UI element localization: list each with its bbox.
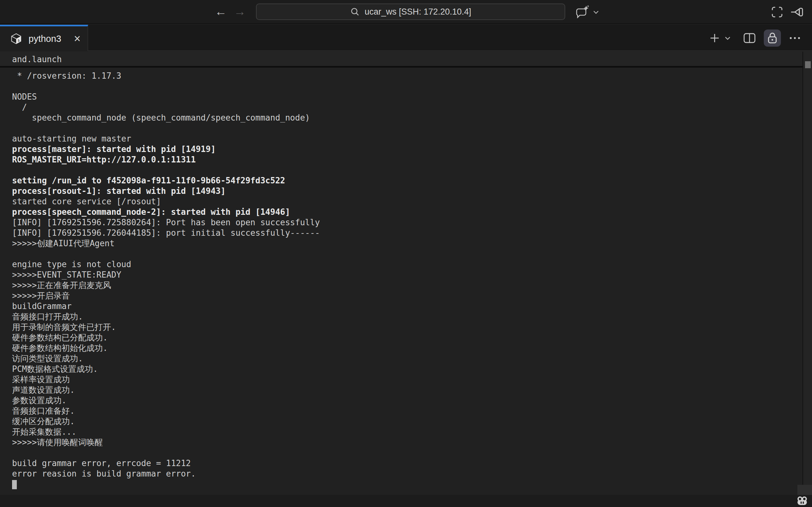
app-window: ← → ucar_ws [SSH: 172.20.10.4] bbox=[0, 0, 812, 507]
terminal-line: ROS_MASTER_URI=http://127.0.0.1:11311 bbox=[12, 155, 812, 165]
terminal-line: 硬件参数结构初始化成功. bbox=[12, 343, 812, 353]
terminal-line: 硬件参数结构已分配成功. bbox=[12, 333, 812, 343]
tab-close-icon[interactable]: × bbox=[74, 33, 80, 44]
terminal-line: buildGrammar bbox=[12, 301, 812, 312]
terminal-line bbox=[12, 81, 812, 92]
copilot-chat-button[interactable] bbox=[575, 4, 600, 20]
terminal-line: 访问类型设置成功. bbox=[12, 353, 812, 364]
nav-forward-button[interactable]: → bbox=[232, 4, 247, 19]
terminal-sticky-line: and.launch bbox=[0, 52, 812, 68]
search-icon bbox=[350, 7, 360, 17]
terminal-line: auto-starting new master bbox=[12, 133, 812, 144]
terminal-profile-chevron-icon[interactable] bbox=[724, 35, 732, 41]
terminal-cube-icon: $ bbox=[10, 33, 22, 45]
terminal-line: 用于录制的音频文件已打开. bbox=[12, 322, 812, 333]
terminal-line: >>>>>正在准备开启麦克风 bbox=[12, 280, 812, 291]
tab-label: python3 bbox=[28, 34, 61, 44]
terminal[interactable]: and.launch * /rosversion: 1.17.3NODES / … bbox=[0, 52, 812, 495]
terminal-line: engine type is not cloud bbox=[12, 259, 812, 270]
terminal-line: setting /run_id to f452098a-f911-11f0-9b… bbox=[12, 175, 812, 186]
copilot-status-icon[interactable] bbox=[796, 496, 808, 506]
terminal-line: 声道数设置成功. bbox=[12, 385, 812, 395]
scrollbar-thumb[interactable] bbox=[805, 61, 811, 68]
terminal-line: [INFO] [1769251596.725880264]: Port has … bbox=[12, 217, 812, 228]
terminal-line: >>>>>开启录音 bbox=[12, 291, 812, 301]
more-actions-button[interactable] bbox=[789, 36, 801, 40]
command-center-text: ucar_ws [SSH: 172.20.10.4] bbox=[365, 7, 471, 17]
terminal-line: process[rosout-1]: started with pid [149… bbox=[12, 186, 812, 196]
copilot-chat-icon bbox=[575, 4, 590, 20]
terminal-line: process[speech_command_node-2]: started … bbox=[12, 207, 812, 217]
terminal-cursor bbox=[12, 480, 17, 489]
terminal-line: process[master]: started with pid [14919… bbox=[12, 144, 812, 155]
fullscreen-icon bbox=[771, 6, 784, 18]
terminal-line bbox=[12, 123, 812, 133]
pin-icon bbox=[790, 6, 805, 18]
fullscreen-button[interactable] bbox=[771, 6, 784, 18]
tabbar: $ python3 × bbox=[0, 25, 812, 51]
terminal-line: error reasion is build grammar error. bbox=[12, 469, 812, 479]
terminal-scrollbar[interactable] bbox=[803, 52, 812, 495]
terminal-line: 参数设置成功. bbox=[12, 395, 812, 406]
terminal-line: PCM数据格式设置成功. bbox=[12, 364, 812, 374]
terminal-line: / bbox=[12, 102, 812, 113]
terminal-line: >>>>>请使用唤醒词唤醒 bbox=[12, 437, 812, 448]
terminal-line: started core service [/rosout] bbox=[12, 196, 812, 207]
pin-button[interactable] bbox=[790, 6, 805, 18]
terminal-line: build grammar error, errcode = 11212 bbox=[12, 458, 812, 469]
split-terminal-button[interactable] bbox=[743, 32, 756, 44]
scrollbar-corner bbox=[797, 485, 812, 495]
terminal-line: 音频接口准备好. bbox=[12, 406, 812, 416]
chevron-down-icon bbox=[592, 9, 600, 15]
terminal-line: 开始采集数据... bbox=[12, 427, 812, 437]
terminal-line: 采样率设置成功 bbox=[12, 374, 812, 385]
terminal-line: [INFO] [1769251596.726044185]: port init… bbox=[12, 228, 812, 238]
terminal-line: >>>>>创建AIUI代理Agent bbox=[12, 238, 812, 249]
terminal-line bbox=[12, 249, 812, 259]
terminal-line bbox=[12, 165, 812, 175]
terminal-line: * /rosversion: 1.17.3 bbox=[12, 71, 812, 81]
terminal-line: 音频接口打开成功. bbox=[12, 312, 812, 322]
lock-button[interactable] bbox=[764, 30, 781, 47]
terminal-line: 缓冲区分配成功. bbox=[12, 416, 812, 427]
tab-python3[interactable]: $ python3 × bbox=[0, 25, 88, 51]
terminal-line: NODES bbox=[12, 92, 812, 102]
new-terminal-button[interactable] bbox=[708, 32, 721, 44]
terminal-tab-actions bbox=[708, 25, 801, 51]
statusbar bbox=[0, 495, 812, 507]
titlebar: ← → ucar_ws [SSH: 172.20.10.4] bbox=[0, 0, 812, 24]
command-center[interactable]: ucar_ws [SSH: 172.20.10.4] bbox=[256, 3, 565, 20]
terminal-line: speech_command_node (speech_command/spee… bbox=[12, 113, 812, 123]
svg-text:$: $ bbox=[17, 38, 20, 43]
terminal-line bbox=[12, 448, 812, 458]
terminal-scrollback: * /rosversion: 1.17.3NODES / speech_comm… bbox=[0, 68, 812, 489]
terminal-line: >>>>>EVENT_STATE:READY bbox=[12, 270, 812, 280]
nav-back-button[interactable]: ← bbox=[213, 4, 228, 19]
